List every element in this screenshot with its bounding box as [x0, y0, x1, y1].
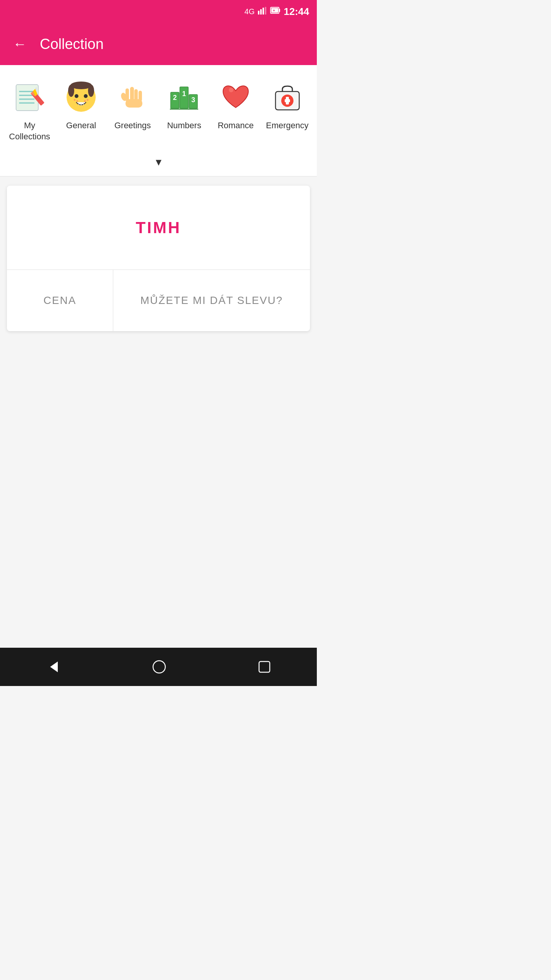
romance-label: Romance: [218, 120, 254, 131]
svg-rect-5: [279, 9, 280, 12]
svg-rect-2: [262, 8, 264, 15]
greetings-label: Greetings: [114, 120, 151, 131]
svg-rect-50: [259, 662, 270, 672]
category-item-emergency[interactable]: Emergency: [264, 77, 310, 133]
romance-icon: [217, 78, 255, 116]
svg-point-21: [75, 94, 78, 98]
back-button[interactable]: ←: [9, 32, 31, 56]
svg-text:2: 2: [173, 94, 177, 101]
battery-icon: +: [270, 7, 281, 16]
chevron-row: ▾: [0, 151, 317, 176]
emergency-icon: [268, 78, 306, 116]
nav-recent-button[interactable]: [258, 660, 271, 674]
svg-point-20: [88, 85, 94, 97]
signal-icon: [258, 7, 267, 16]
category-row: My Collections: [4, 77, 313, 144]
svg-text:+: +: [273, 8, 275, 13]
network-label: 4G: [245, 7, 255, 16]
app-bar: ← Collection: [0, 23, 317, 65]
svg-rect-0: [258, 11, 259, 15]
card-top: TIMH: [7, 186, 310, 270]
bottom-nav: [0, 648, 317, 686]
svg-rect-47: [286, 97, 289, 105]
svg-point-26: [87, 99, 88, 101]
my-collections-icon: [10, 78, 49, 116]
flash-card: TIMH CENA MŮŽETE MI DÁT SLEVU?: [7, 186, 310, 331]
svg-point-43: [229, 88, 233, 92]
general-label: General: [66, 120, 96, 131]
chevron-down-icon[interactable]: ▾: [156, 155, 161, 168]
emergency-label: Emergency: [266, 120, 308, 131]
card-word: TIMH: [136, 219, 181, 237]
greetings-icon: [114, 78, 152, 116]
svg-point-24: [77, 100, 78, 102]
numbers-icon: 1 2 3: [165, 78, 203, 116]
status-bar-right: 4G + 12:44: [245, 6, 309, 18]
svg-point-22: [84, 94, 88, 98]
status-bar: 4G + 12:44: [0, 0, 317, 23]
card-translation-right[interactable]: MŮŽETE MI DÁT SLEVU?: [113, 270, 310, 331]
time-display: 12:44: [284, 6, 310, 18]
svg-point-19: [68, 85, 74, 97]
category-item-general[interactable]: General: [58, 77, 104, 133]
nav-back-button[interactable]: [46, 659, 61, 675]
translation-left-text: CENA: [44, 294, 77, 307]
svg-text:1: 1: [182, 90, 186, 98]
category-item-romance[interactable]: Romance: [213, 77, 259, 133]
category-item-greetings[interactable]: Greetings: [110, 77, 156, 133]
svg-text:3: 3: [191, 96, 195, 104]
card-translation-left[interactable]: CENA: [7, 270, 113, 331]
svg-point-25: [84, 100, 86, 102]
svg-marker-48: [50, 662, 58, 672]
translation-right-text: MŮŽETE MI DÁT SLEVU?: [140, 294, 283, 307]
category-section: My Collections: [0, 65, 317, 151]
svg-point-23: [74, 99, 75, 101]
category-item-my-collections[interactable]: My Collections: [7, 77, 52, 144]
svg-rect-35: [126, 99, 142, 108]
nav-home-button[interactable]: [152, 659, 167, 675]
numbers-label: Numbers: [167, 120, 201, 131]
category-item-numbers[interactable]: 1 2 3 Numbers: [161, 77, 207, 133]
general-icon: [62, 78, 100, 116]
svg-rect-3: [265, 7, 266, 15]
card-section: TIMH CENA MŮŽETE MI DÁT SLEVU?: [0, 176, 317, 340]
page-title: Collection: [40, 36, 104, 52]
svg-rect-1: [260, 9, 262, 15]
svg-point-49: [153, 661, 165, 673]
card-bottom: CENA MŮŽETE MI DÁT SLEVU?: [7, 270, 310, 331]
my-collections-label: My Collections: [8, 120, 51, 142]
